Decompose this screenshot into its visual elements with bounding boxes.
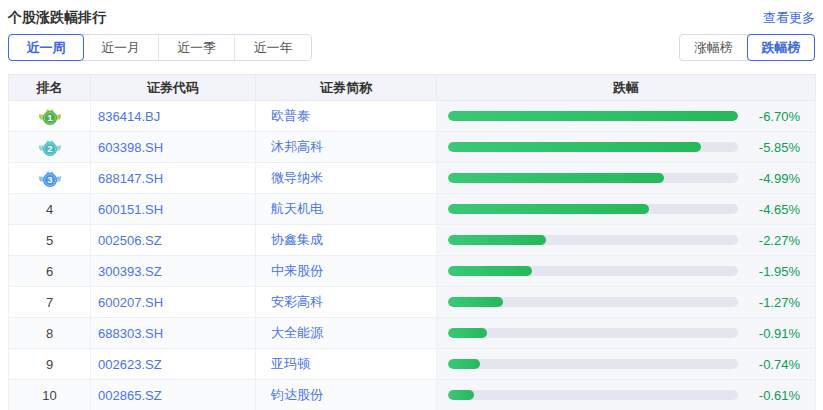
decline-value: -2.27% [759,233,800,248]
stock-name[interactable]: 安彩高科 [256,287,437,318]
rank-cell: 9 [9,349,91,380]
stock-name[interactable]: 沐邦高科 [256,132,437,163]
decline-bar-track [448,235,738,245]
table-row[interactable]: 5 002506.SZ 协鑫集成 -2.27% [9,225,816,256]
decline-bar-fill [448,266,532,276]
stock-name[interactable]: 大全能源 [256,318,437,349]
decline-value: -4.99% [759,171,800,186]
decline-bar-track [448,390,738,400]
decline-value: -0.91% [759,326,800,341]
stock-name[interactable]: 航天机电 [256,194,437,225]
stock-name[interactable]: 微导纳米 [256,163,437,194]
rank-cell: 6 [9,256,91,287]
stock-code[interactable]: 300393.SZ [91,256,256,287]
decline-bar-track [448,173,738,183]
column-header-code: 证券代码 [91,75,256,101]
view-more-link[interactable]: 查看更多 [763,9,815,27]
decline-bar-fill [448,204,649,214]
rank-cell: 7 [9,287,91,318]
toggle-gainers-board[interactable]: 涨幅榜 [680,35,748,60]
table-row[interactable]: 3 688147.SH 微导纳米 -4.99% [9,163,816,194]
rank-2-medal-icon: 2 [37,138,63,157]
decline-bar-fill [448,359,480,369]
column-header-name: 证券简称 [256,75,437,101]
decline-bar-fill [448,390,474,400]
stock-name[interactable]: 中来股份 [256,256,437,287]
tab-last-week[interactable]: 近一周 [8,34,84,61]
decline-value: -1.95% [759,264,800,279]
decline-bar: -0.91% [437,326,815,341]
stock-code[interactable]: 836414.BJ [91,101,256,132]
decline-value: -4.65% [759,202,800,217]
stock-code[interactable]: 688147.SH [91,163,256,194]
decline-bar-track [448,111,738,121]
stock-ranking-panel: 个股涨跌幅排行 查看更多 近一周 近一月 近一季 近一年 涨幅榜 跌幅榜 排名 … [0,0,823,410]
decline-bar: -2.27% [437,233,815,248]
decline-bar-track [448,328,738,338]
tab-last-month[interactable]: 近一月 [83,35,159,60]
decline-bar-fill [448,111,738,121]
stock-code[interactable]: 688303.SH [91,318,256,349]
stock-code[interactable]: 603398.SH [91,132,256,163]
svg-text:2: 2 [47,143,52,154]
rank-3-medal-icon: 3 [37,169,63,188]
decline-value: -6.70% [759,109,800,124]
rank-cell: 1 [9,101,91,132]
stock-name[interactable]: 亚玛顿 [256,349,437,380]
decline-value: -5.85% [759,140,800,155]
stock-name[interactable]: 钧达股份 [256,380,437,410]
decline-value: -0.61% [759,388,800,403]
table-row[interactable]: 2 603398.SH 沐邦高科 -5.85% [9,132,816,163]
svg-text:1: 1 [47,112,53,123]
decline-bar-fill [448,328,487,338]
decline-bar-fill [448,297,503,307]
ranking-table: 排名 证券代码 证券简称 跌幅 1 836414.BJ 欧普泰 -6.70% 2… [8,74,816,410]
table-row[interactable]: 1 836414.BJ 欧普泰 -6.70% [9,101,816,132]
stock-code[interactable]: 002865.SZ [91,380,256,410]
stock-code[interactable]: 002506.SZ [91,225,256,256]
rank-1-medal-icon: 1 [37,107,63,126]
decline-bar-fill [448,173,664,183]
decline-bar-fill [448,142,701,152]
stock-name[interactable]: 欧普泰 [256,101,437,132]
column-header-decline: 跌幅 [437,75,816,101]
decline-bar-track [448,297,738,307]
stock-name[interactable]: 协鑫集成 [256,225,437,256]
decline-bar: -6.70% [437,109,815,124]
decline-value: -1.27% [759,295,800,310]
decline-bar: -4.65% [437,202,815,217]
decline-bar: -5.85% [437,140,815,155]
tab-last-year[interactable]: 近一年 [235,35,311,60]
decline-bar-fill [448,235,546,245]
decline-value: -0.74% [759,357,800,372]
table-row[interactable]: 9 002623.SZ 亚玛顿 -0.74% [9,349,816,380]
column-header-rank: 排名 [9,75,91,101]
decline-bar: -4.99% [437,171,815,186]
page-title: 个股涨跌幅排行 [8,9,106,27]
stock-code[interactable]: 002623.SZ [91,349,256,380]
rank-medal-icon: 2 [37,138,63,157]
decline-bar: -0.61% [437,388,815,403]
decline-bar-track [448,204,738,214]
tab-last-quarter[interactable]: 近一季 [159,35,235,60]
board-toggle: 涨幅榜 跌幅榜 [679,34,815,61]
decline-bar-track [448,266,738,276]
stock-code[interactable]: 600207.SH [91,287,256,318]
table-body: 1 836414.BJ 欧普泰 -6.70% 2 603398.SH 沐邦高科 … [9,101,816,410]
table-row[interactable]: 7 600207.SH 安彩高科 -1.27% [9,287,816,318]
table-row[interactable]: 6 300393.SZ 中来股份 -1.95% [9,256,816,287]
stock-code[interactable]: 600151.SH [91,194,256,225]
decline-bar-track [448,359,738,369]
rank-cell: 4 [9,194,91,225]
table-header: 排名 证券代码 证券简称 跌幅 [9,75,816,101]
table-row[interactable]: 4 600151.SH 航天机电 -4.65% [9,194,816,225]
toggle-losers-board[interactable]: 跌幅榜 [747,34,815,61]
period-tabs: 近一周 近一月 近一季 近一年 [8,34,312,61]
rank-medal-icon: 3 [37,169,63,188]
rank-cell: 8 [9,318,91,349]
table-row[interactable]: 8 688303.SH 大全能源 -0.91% [9,318,816,349]
rank-cell: 2 [9,132,91,163]
table-row[interactable]: 10 002865.SZ 钧达股份 -0.61% [9,380,816,410]
decline-bar: -1.95% [437,264,815,279]
decline-bar: -0.74% [437,357,815,372]
